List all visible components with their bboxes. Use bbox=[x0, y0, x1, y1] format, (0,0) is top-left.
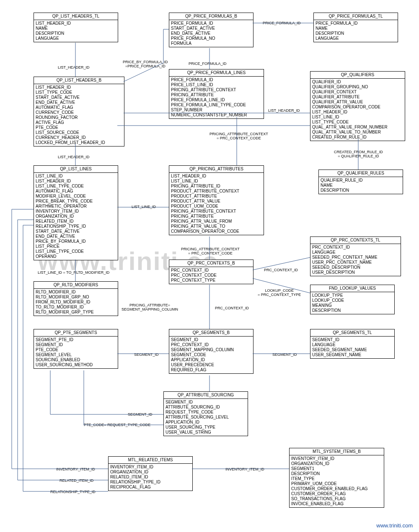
entity-qp-segments-b: QP_SEGMENTS_B SEGMENT_IDPRC_CONTEXT_IDSE… bbox=[169, 329, 253, 374]
entity-field: ORGANIZATION_ID bbox=[291, 461, 382, 466]
entity-field: QUALIFIER_ATTR_VALUE bbox=[312, 100, 403, 105]
entity-field: DESCRIPTION bbox=[316, 31, 396, 36]
rel-price-formula-id-2: PRICE_FORMULA_ID bbox=[263, 21, 301, 25]
entity-field: PRICE_FORMULA_ID bbox=[171, 77, 262, 82]
entity-qp-qualifier-rules: QP_QUALIFIER_RULES QUALIFIER_RULE_IDNAME… bbox=[318, 170, 403, 194]
entity-body: PRC_CONTEXT_IDLANGUAGESEEDED_PRC_CONTEXT… bbox=[310, 244, 401, 276]
entity-field: ATTRIBUTE_SOURCING_LEVEL bbox=[166, 415, 246, 420]
entity-body: SEGMENT_IDPRC_CONTEXT_IDSEGMENT_MAPPING_… bbox=[169, 337, 253, 373]
entity-field: PRICE_FORMULA_ID bbox=[171, 21, 251, 26]
entity-field: LIST_LINE_TYPE_CODE bbox=[36, 184, 116, 189]
rel-prc-context-id-1: PRC_CONTEXT_ID bbox=[264, 268, 298, 272]
entity-field: PRODUCT_UOM_CODE bbox=[171, 204, 262, 209]
entity-field: RELATIONSHIP_TYPE_ID bbox=[36, 224, 116, 229]
entity-field: LOOKUP_TYPE bbox=[312, 293, 393, 298]
entity-title: FND_LOOKUP_VALUES bbox=[310, 285, 394, 292]
entity-field: USER_PRECEDENCE bbox=[171, 362, 251, 368]
entity-field: LIST_LINE_ID bbox=[312, 115, 403, 120]
entity-field: PRC_CONTEXT_TYPE bbox=[171, 278, 251, 283]
entity-field: PRC_CONTEXT_CODE bbox=[171, 273, 251, 278]
entity-field: DESCRIPTION bbox=[312, 308, 393, 313]
entity-body: LOOKUP_TYPELOOKUP_CODEMEANINGDESCRIPTION bbox=[310, 292, 394, 314]
entity-field: SEEDED_PRC_CONTEXT_NAME bbox=[312, 255, 399, 260]
entity-field: PRICE_FORMULA_LINE_ID bbox=[171, 98, 262, 103]
entity-body: QUALIFIER_RULE_IDNAMEDESCRIPTION bbox=[319, 177, 403, 194]
entity-field: PRICE_LIST_LINE_ID bbox=[171, 82, 262, 87]
entity-field: SEGMENT_PTE_ID bbox=[36, 337, 116, 342]
entity-body: LIST_HEADER_IDLIST_TYPE_CODESTART_DATE_A… bbox=[34, 84, 124, 146]
entity-field: END_DATE_ACTIVE bbox=[36, 234, 116, 239]
rel-segment-id-1: SEGMENT_ID bbox=[134, 352, 159, 357]
entity-title: QP_PRICE_FORMULA_LINES bbox=[169, 69, 264, 77]
entity-title: MTL_RELATED_ITEMS bbox=[109, 457, 192, 464]
entity-field: ROUNDING_FACTOR bbox=[36, 115, 122, 120]
entity-qp-prc-contexts-b: QP_PRC_CONTEXTS_B PRC_CONTEXT_IDPRC_CONT… bbox=[169, 260, 253, 284]
entity-field: PRICING_ATTR_VALUE_FROM bbox=[171, 219, 262, 224]
entity-field: FROM_RLTD_MODIFIER_ID bbox=[36, 300, 116, 305]
entity-field: START_DATE_ACTIVE bbox=[36, 229, 116, 234]
entity-qp-list-lines: QP_LIST_LINES LIST_LINE_IDLIST_HEADER_ID… bbox=[34, 165, 118, 260]
entity-field: NUMERIC_CONSTANTSTEP_NUMBER bbox=[171, 113, 262, 118]
entity-field: END_DATE_ACTIVE bbox=[171, 31, 251, 36]
rel-pricing-attr-ctx-2: PRICING_ATTRIBUTE_CONTEXT= PRC_CONTEXT_C… bbox=[181, 247, 240, 255]
entity-field: PRIMARY_UOM_CODE bbox=[291, 481, 382, 486]
entity-title: QP_RLTD_MODIFIERS bbox=[34, 282, 118, 289]
entity-field: USER_PRC_CONTEXT_NAME bbox=[312, 260, 399, 265]
entity-field: SEGMENT_MAPPING_COLUMN bbox=[171, 347, 251, 352]
entity-title: QP_PRC_CONTEXTS_TL bbox=[310, 237, 401, 244]
entity-field: LIST_HEADER_ID bbox=[36, 85, 122, 90]
entity-title: QP_LIST_LINES bbox=[34, 166, 118, 173]
rel-inventory-item-id-1: INVENTORY_ITEM_ID bbox=[56, 467, 95, 471]
entity-field: MODIFIER_LEVEL_CODE bbox=[36, 194, 116, 199]
entity-field: LIST_TYPE_CODE bbox=[312, 120, 403, 125]
entity-field: PRODUCT_ATTRIBUTE_CONTEXT bbox=[171, 189, 262, 194]
entity-field: LANGUAGE bbox=[316, 36, 396, 41]
entity-field: LIST_SOURCE_CODE bbox=[36, 130, 122, 135]
entity-mtl-related-items: MTL_RELATED_ITEMS INVENTORY_ITEM_IDORGAN… bbox=[108, 456, 193, 491]
entity-field: REQUIRED_FLAG bbox=[171, 368, 251, 373]
entity-body: PRICE_FORMULA_IDNAMEDESCRIPTIONLANGUAGE bbox=[314, 20, 398, 42]
entity-field: INVENTORY_ITEM_ID bbox=[36, 209, 116, 214]
footer-url: www.triniti.com bbox=[376, 522, 413, 529]
entity-field: START_DATE_ACTIVE bbox=[171, 26, 251, 31]
entity-field: USER_DESCRIPTION bbox=[312, 270, 399, 275]
entity-field: RLTD_MODIFIER_ID bbox=[36, 290, 116, 295]
entity-field: SOURCING_ENABLED bbox=[36, 357, 116, 362]
entity-qp-prc-contexts-tl: QP_PRC_CONTEXTS_TL PRC_CONTEXT_IDLANGUAG… bbox=[310, 236, 401, 276]
entity-field: MEANING bbox=[312, 303, 393, 308]
entity-field: NAME bbox=[316, 26, 396, 31]
entity-field: ACTIVE_FLAG bbox=[36, 120, 122, 125]
entity-body: SEGMENT_PTE_IDSEGMENT_IDPTE_CODESEGMENT_… bbox=[34, 337, 118, 368]
entity-field: LIST_HEADER_ID bbox=[171, 174, 262, 179]
entity-field: PRICE_FORMULA_NO bbox=[171, 36, 251, 41]
entity-field: LOOKUP_CODE bbox=[312, 298, 393, 303]
entity-body: LIST_LINE_IDLIST_HEADER_IDLIST_LINE_TYPE… bbox=[34, 173, 118, 260]
rel-segment-id-3: SEGMENT_ID bbox=[128, 412, 153, 416]
entity-field: PRICE_BY_FORMULA_ID bbox=[36, 239, 116, 244]
entity-field: SEGMENT_ID bbox=[166, 400, 246, 405]
entity-qp-rltd-modifiers: QP_RLTD_MODIFIERS RLTD_MODIFIER_IDRLTD_M… bbox=[34, 281, 118, 316]
entity-field: PRODUCT_ATTRIBUTE bbox=[171, 194, 262, 199]
entity-qp-price-formulas-tl: QP_PRICE_FORMULAS_TL PRICE_FORMULA_IDNAM… bbox=[313, 13, 398, 42]
entity-title: QP_ATTRIBUTE_SOURCING bbox=[164, 392, 248, 399]
entity-field: LIST_TYPE_CODE bbox=[36, 90, 122, 95]
entity-title: QP_SEGMENTS_TL bbox=[310, 329, 394, 337]
entity-field: INVENTORY_ITEM_ID bbox=[291, 456, 382, 461]
entity-field: ATTRIBUTE_SOURCING_ID bbox=[166, 405, 246, 410]
entity-field: USER_SOURCING_TYPE bbox=[166, 425, 246, 430]
entity-qp-pricing-attributes: QP_PRICING_ATTRIBUTES LIST_HEADER_IDLIST… bbox=[169, 165, 264, 235]
entity-body: PRC_CONTEXT_IDPRC_CONTEXT_CODEPRC_CONTEX… bbox=[169, 267, 253, 284]
entity-field: CURRENCY_HEADER_ID bbox=[36, 135, 122, 140]
entity-field: PTE_CODE bbox=[36, 347, 116, 352]
entity-body: LIST_HEADER_IDNAMEDESCRIPTIONLANGUAGE bbox=[34, 20, 118, 42]
rel-pricing-attr-ctx-1: PRICING_ATTRIBUTE_CONTEXT= PRC_CONTEXT_C… bbox=[210, 132, 268, 140]
rel-list-header-id-3: LIST_HEADER_ID bbox=[58, 155, 90, 159]
entity-title: QP_QUALIFIERS bbox=[310, 72, 405, 79]
entity-field: CREATED_FROM_RULE_ID bbox=[312, 135, 403, 140]
entity-field: LANGUAGE bbox=[312, 250, 399, 255]
entity-field: NAME bbox=[321, 183, 401, 188]
entity-field: QUALIFIER_ATTRIBUTE bbox=[312, 95, 403, 100]
entity-field: PRICE_FORMULA_LINE_TYPE_CODE bbox=[171, 103, 262, 108]
entity-qp-pte-segments: QP_PTE_SEGMENTS SEGMENT_PTE_IDSEGMENT_ID… bbox=[34, 329, 118, 369]
entity-title: QP_PRICING_ATTRIBUTES bbox=[169, 166, 264, 173]
